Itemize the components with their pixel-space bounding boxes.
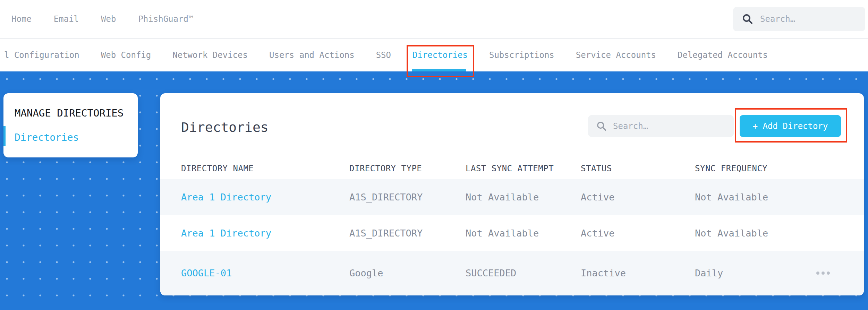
top-nav-web[interactable]: Web [101,14,116,24]
directory-type-cell: A1S_DIRECTORY [349,192,466,203]
sub-nav-directories-active-tab[interactable]: Directories [412,50,468,60]
directories-search-box[interactable] [588,115,734,137]
directory-name-link[interactable]: Area 1 Directory [181,192,349,203]
panel-title: Directories [181,120,269,135]
sync-frequency-cell: Daily [695,268,809,278]
status-cell: Inactive [581,268,695,278]
column-header-directory-type: DIRECTORY TYPE [349,164,466,173]
active-item-indicator-bar [3,126,6,146]
add-directory-button[interactable]: + Add Directory [740,115,841,137]
global-search-input[interactable] [760,14,846,24]
last-sync-attempt-cell: Not Available [466,192,581,203]
manage-directories-card: MANAGE DIRECTORIES Directories [3,93,138,157]
directory-name-link[interactable]: GOOGLE-01 [181,268,349,278]
sub-nav-service-accounts[interactable]: Service Accounts [576,50,656,60]
table-header-row: DIRECTORY NAME DIRECTORY TYPE LAST SYNC … [160,158,864,179]
directories-panel: Directories + Add Directory DIRECTORY NA… [160,93,864,295]
table-row: GOOGLE-01 Google SUCCEEDED Inactive Dail… [160,251,864,295]
last-sync-attempt-cell: Not Available [466,228,581,239]
column-header-last-sync-attempt: LAST SYNC ATTEMPT [466,164,581,173]
table-row: Area 1 Directory A1S_DIRECTORY Not Avail… [160,215,864,251]
column-header-directory-name: DIRECTORY NAME [181,164,349,173]
sync-frequency-cell: Not Available [695,192,809,203]
sub-nav-web-config[interactable]: Web Config [101,50,151,60]
sub-nav-users-and-actions[interactable]: Users and Actions [269,50,355,60]
table-body: Area 1 Directory A1S_DIRECTORY Not Avail… [160,179,864,295]
search-icon [742,14,753,25]
top-nav-bar: Home Email Web PhishGuard™ [0,0,868,39]
side-card-title: MANAGE DIRECTORIES [15,107,124,119]
sync-frequency-cell: Not Available [695,228,809,239]
last-sync-attempt-cell: SUCCEEDED [466,268,581,278]
sub-nav-sso[interactable]: SSO [376,50,391,60]
status-cell: Active [581,192,695,203]
column-header-sync-frequency: SYNC FREQUENCY [695,164,809,173]
sub-nav-subscriptions[interactable]: Subscriptions [489,50,554,60]
top-nav-home[interactable]: Home [11,14,32,24]
side-card-item-directories[interactable]: Directories [15,132,79,143]
search-icon [596,121,607,131]
top-nav-phishguard[interactable]: PhishGuard™ [138,14,193,24]
directory-type-cell: Google [349,268,466,278]
global-search-box[interactable] [733,7,865,31]
directory-type-cell: A1S_DIRECTORY [349,228,466,239]
directories-search-input[interactable] [613,121,709,131]
table-row: Area 1 Directory A1S_DIRECTORY Not Avail… [160,179,864,215]
directory-name-link[interactable]: Area 1 Directory [181,228,349,239]
row-actions-ellipsis-icon[interactable] [809,272,837,275]
sub-nav-delegated-accounts[interactable]: Delegated Accounts [678,50,768,60]
active-tab-underline [412,69,466,71]
column-header-status: STATUS [581,164,695,173]
status-cell: Active [581,228,695,239]
sub-nav-bar: l Configuration Web Config Network Devic… [0,39,868,71]
top-nav-email[interactable]: Email [54,14,79,24]
sub-nav-configuration[interactable]: l Configuration [4,50,79,60]
sub-nav-network-devices[interactable]: Network Devices [172,50,248,60]
